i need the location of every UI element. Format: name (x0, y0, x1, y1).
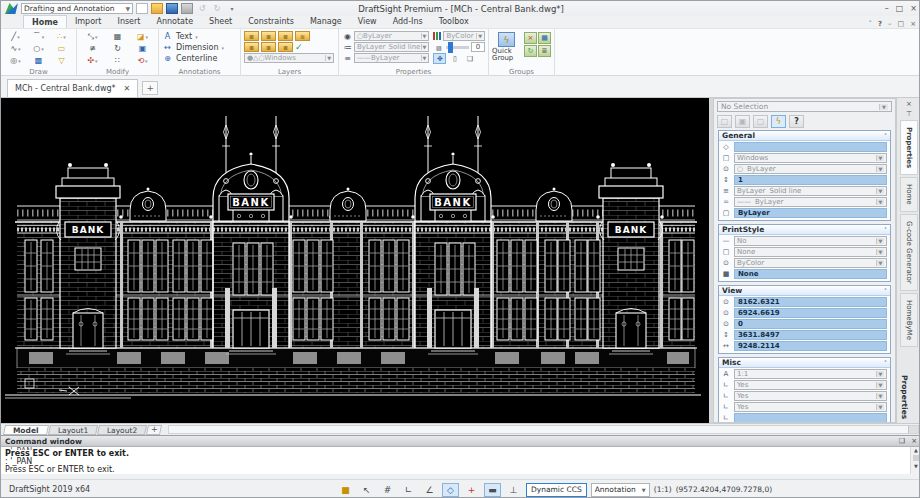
add-sheet-button[interactable]: + (146, 425, 162, 435)
sheet-tab-layout1[interactable]: Layout1 (48, 425, 98, 435)
close-button[interactable]: × (910, 4, 917, 13)
layer-dropdown[interactable]: ● △ ○ Windows▼ (244, 53, 334, 63)
point-tool[interactable]: ∴▾ (50, 31, 73, 42)
etrack-icon[interactable]: + (463, 483, 480, 497)
doc-tab-close-icon[interactable]: ✕ (124, 84, 131, 93)
open-file-button[interactable] (151, 3, 163, 14)
new-document-tab-button[interactable]: + (142, 81, 158, 95)
polar-icon[interactable]: ∠ (421, 483, 438, 497)
sheet-tab-model[interactable]: Model (3, 425, 49, 435)
tab-manage[interactable]: Manage (302, 15, 350, 28)
offset-tool[interactable]: ✣▾ (80, 55, 105, 66)
field-linecolor[interactable]: ○ByLayer▼ (734, 164, 887, 174)
horizontal-scrollbar[interactable] (168, 425, 919, 434)
line-tool[interactable]: ╱▾ (4, 31, 27, 42)
ribbon-collapse-icon[interactable]: ˇ (868, 20, 872, 28)
field-printstyle-mode[interactable]: ByColor▼ (734, 258, 887, 268)
tab-constraints[interactable]: Constraints (240, 15, 302, 28)
tab-sheet[interactable]: Sheet (201, 15, 240, 28)
transparency-slider[interactable] (446, 46, 469, 49)
layer-apply-icon[interactable]: ✓ (295, 42, 303, 52)
hatch-tool[interactable]: ▩ (27, 55, 50, 66)
layer-freeze-button[interactable]: ≋ (295, 31, 310, 41)
side-tab-home[interactable]: Home (900, 177, 918, 212)
trim-tool[interactable]: ∷ (105, 55, 130, 66)
undo-button[interactable]: ↺ (196, 3, 208, 14)
move-tool[interactable]: ⤡▾ (80, 31, 105, 42)
group-edit-button[interactable]: ▦ (538, 32, 551, 44)
erase-tool[interactable]: ◪▾ (130, 31, 155, 42)
doc-restore-button[interactable]: □ (898, 20, 905, 28)
text-tool[interactable]: AText▾ (162, 31, 237, 42)
doc-minimize-button[interactable]: – (888, 20, 892, 28)
tab-home[interactable]: Home (23, 15, 67, 28)
select-entities-button[interactable]: □ (717, 115, 732, 128)
command-window-titlebar[interactable]: Command window ❏ × (1, 436, 920, 447)
spline-tool[interactable]: ∿▾ (4, 43, 27, 54)
layer-isolate-button[interactable]: ≣ (278, 42, 293, 52)
field-annotation-scale[interactable]: 1:1▼ (734, 369, 887, 379)
pointer-icon[interactable]: ↖ (358, 483, 375, 497)
layer-on-button[interactable]: ≣ (244, 42, 259, 52)
restore-button[interactable]: □ (896, 4, 904, 13)
group-add-button[interactable]: ↻ (524, 45, 537, 57)
field-height[interactable]: 3631.8497 (734, 330, 887, 340)
field-layer[interactable]: Windows▼ (734, 153, 887, 163)
field-linestyle[interactable]: ByLayerSolid line▼ (734, 186, 887, 196)
field-transparency[interactable]: ByLayer (734, 208, 887, 218)
polygon-tool[interactable]: ▽ (50, 55, 73, 66)
field-ucs-origin[interactable]: Yes▼ (734, 391, 887, 401)
field-name[interactable] (734, 142, 887, 152)
workspace-dropdown[interactable]: Drafting and Annotation▼ (21, 3, 133, 14)
select-remove-button[interactable]: ▢ (753, 115, 768, 128)
scrollbar-end-button[interactable] (908, 426, 918, 433)
grid-icon[interactable]: # (379, 483, 396, 497)
field-linescale[interactable]: 1 (734, 175, 887, 185)
save-button[interactable] (166, 3, 178, 14)
minimize-button[interactable]: – (885, 4, 889, 13)
field-printstyle-table[interactable]: None▼ (734, 247, 887, 257)
selection-dropdown[interactable]: No Selection▼ (717, 101, 892, 112)
tab-addins[interactable]: Add-Ins (385, 15, 431, 28)
layer-state-button[interactable]: ≣ (278, 31, 293, 41)
match-properties-button[interactable]: ✥ (433, 53, 446, 64)
ellipse-tool[interactable]: ◎▾ (4, 55, 27, 66)
section-header-misc[interactable]: Misc˄ (719, 358, 890, 368)
field-ucs-name[interactable] (734, 413, 887, 423)
lineweight-dropdown[interactable]: ——ByLayer▼ (354, 53, 429, 63)
tab-import[interactable]: Import (67, 15, 110, 28)
circle-tool[interactable]: ○▾ (27, 43, 50, 54)
side-tab-gcode[interactable]: G-code Generator (900, 214, 918, 291)
copy-properties-button[interactable]: ▯ (448, 53, 461, 64)
layer-properties-button[interactable]: ≣ (244, 31, 259, 41)
new-file-button[interactable] (136, 3, 148, 14)
drawing-canvas[interactable]: BANK BANK BANK BANK (1, 98, 709, 423)
side-tab-properties[interactable]: Properties (900, 120, 918, 175)
layer-new-button[interactable]: ≣ (261, 31, 276, 41)
transparency-value[interactable]: 0 (471, 42, 485, 52)
annotation-scale-dropdown[interactable]: Annotation▼ (591, 483, 650, 497)
field-center-x[interactable]: 8162.6321 (734, 297, 887, 307)
viewcolor-dropdown[interactable]: ByColor▼ (443, 31, 485, 41)
field-center-y[interactable]: 6924.6619 (734, 308, 887, 318)
esnap-icon[interactable]: ◇ (442, 483, 459, 497)
mirror-tool[interactable]: ⟲▾ (130, 55, 155, 66)
arc-tool[interactable]: ⌒▾ (27, 31, 50, 42)
field-center-z[interactable]: 0 (734, 319, 887, 329)
tab-insert[interactable]: Insert (110, 15, 149, 28)
command-float-icon[interactable]: ❏ (899, 437, 905, 445)
document-tab[interactable]: MCh - Central Bank.dwg* ✕ (7, 79, 138, 97)
doc-close-button[interactable]: × (910, 20, 916, 28)
quick-group-button[interactable]: ϟ Quick Group (492, 32, 521, 63)
ungroup-button[interactable]: × (524, 32, 537, 44)
paste-properties-button[interactable]: ❏ (463, 53, 476, 64)
field-width[interactable]: 9248.2114 (734, 341, 887, 351)
dynamic-ccs-button[interactable]: Dynamic CCS (526, 483, 587, 497)
side-tab-homebyme[interactable]: HomeByMe (900, 293, 918, 347)
snap-settings-icon[interactable]: ■ (337, 483, 354, 497)
tab-annotate[interactable]: Annotate (148, 15, 201, 28)
dimension-tool[interactable]: ↔Dimension▾ (162, 42, 237, 53)
command-log[interactable]: : '_PAN Press ESC or ENTER to exit. : '_… (1, 447, 920, 474)
print-button[interactable] (181, 3, 193, 14)
ccs-icon[interactable]: ⊥ (505, 483, 522, 497)
